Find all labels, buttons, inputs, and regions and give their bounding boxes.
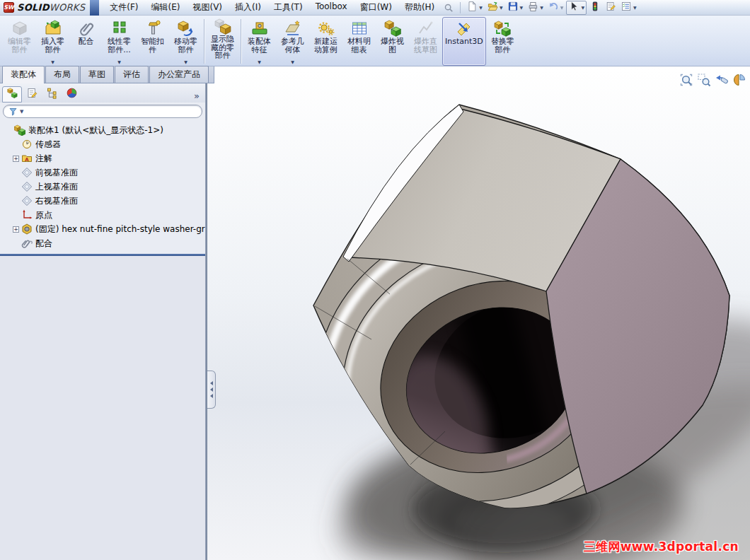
menu-item[interactable]: 视图(V) [186, 0, 229, 16]
heads-up-view-toolbar [679, 74, 750, 88]
options-button[interactable]: ▼ [619, 1, 638, 15]
section-view-button[interactable] [732, 74, 746, 88]
new-document-button[interactable]: ▼ [465, 1, 484, 15]
tree-item[interactable]: 右视基准面 [3, 194, 205, 208]
expand-icon[interactable]: + [13, 226, 19, 233]
dropdown-caret[interactable]: ▼ [581, 5, 584, 10]
tree-item[interactable]: +(固定) hex nut-fine pitch-style washer-gr… [3, 222, 205, 236]
menu-item[interactable]: 工具(T) [267, 0, 309, 16]
dropdown-caret[interactable]: ▼ [184, 59, 188, 64]
cmd-edit-component-button[interactable]: 编辑零 部件 [3, 17, 36, 66]
smart-fasteners-icon [144, 18, 161, 37]
file-properties-button[interactable] [604, 1, 618, 15]
dropdown-caret[interactable]: ▼ [633, 5, 637, 10]
dropdown-caret[interactable]: ▼ [500, 5, 503, 10]
filter-dropdown-caret: ▼ [20, 109, 23, 115]
tree-item[interactable]: +A注解 [3, 151, 205, 165]
tab-3[interactable]: 评估 [115, 66, 149, 83]
cmd-insert-component-button[interactable]: 插入零 部件▼ [36, 17, 69, 66]
cmd-smart-fasteners-button[interactable]: 智能扣 件 [136, 17, 169, 66]
reference-geometry-icon [284, 18, 301, 37]
panel-viewport-divider[interactable] [205, 83, 207, 560]
menu-item[interactable]: 窗口(W) [354, 0, 398, 16]
cmd-exploded-view-button[interactable]: 爆炸视 图 [376, 17, 409, 66]
menu-item[interactable]: 帮助(H) [398, 0, 441, 16]
linear-pattern-icon [111, 18, 128, 37]
cmd-button-label: 材料明 细表 [347, 37, 371, 54]
rebuild-button[interactable] [588, 1, 602, 15]
insert-component-icon [45, 18, 62, 37]
dropdown-caret[interactable]: ▼ [540, 5, 543, 10]
zoom-to-area-button[interactable] [696, 74, 711, 88]
cmd-instant3d-button[interactable]: Instant3D [442, 17, 486, 66]
cmd-button-label: 装配体 特征 [248, 37, 271, 54]
tree-item[interactable]: 装配体1 (默认<默认_显示状态-1>) [3, 123, 205, 137]
cmd-move-component-button[interactable]: 移动零 部件▼ [169, 17, 202, 66]
panel-tab-configuration-manager[interactable] [42, 86, 62, 103]
cmd-button-label: 显示隐 藏的零 部件 [211, 35, 234, 60]
menu-item[interactable]: 编辑(E) [145, 0, 187, 16]
tree-filter-input[interactable]: ▼ [3, 105, 202, 118]
dropdown-caret[interactable]: ▼ [479, 5, 483, 10]
hex-nut-model[interactable] [207, 68, 750, 560]
open-button[interactable]: ▼ [485, 1, 504, 15]
show-hidden-icon [214, 18, 231, 35]
zoom-to-fit-button[interactable] [679, 74, 693, 88]
tree-item[interactable]: 原点 [3, 208, 205, 222]
tab-assembly[interactable]: 装配体 [2, 66, 45, 83]
section-view-icon [732, 73, 746, 90]
cmd-motion-study-button[interactable]: 新建运 动算例 [309, 17, 342, 66]
dropdown-caret[interactable]: ▼ [51, 59, 54, 64]
panel-collapse-handle[interactable] [207, 371, 216, 409]
tree-item[interactable]: 传感器 [3, 137, 205, 151]
replace-components-icon [494, 18, 511, 37]
cmd-reference-geometry-button[interactable]: 参考几 何体▼ [276, 17, 309, 66]
save-icon [507, 1, 519, 15]
panel-tab-display-manager[interactable] [62, 86, 81, 103]
dropdown-caret[interactable]: ▼ [291, 59, 294, 64]
mates-icon [21, 238, 33, 249]
plane-icon [21, 181, 33, 192]
panel-tab-feature-manager[interactable] [2, 86, 22, 103]
undo-button[interactable]: ▼ [546, 1, 565, 15]
menu-item[interactable]: Toolbox [309, 0, 354, 16]
save-button[interactable]: ▼ [506, 1, 525, 15]
tree-item[interactable]: 配合 [3, 236, 205, 250]
tree-item-label: 传感器 [35, 139, 61, 151]
cmd-mate-button[interactable]: 配合 [69, 17, 103, 66]
display-manager-icon [66, 87, 78, 102]
dropdown-caret[interactable]: ▼ [520, 5, 524, 10]
tab-1[interactable]: 布局 [45, 66, 79, 83]
sensors-icon [21, 139, 33, 150]
graphics-area[interactable]: 三维网www.3dportal.cn [207, 68, 750, 560]
tab-4[interactable]: 办公室产品 [149, 66, 209, 83]
cmd-assembly-features-button[interactable]: 装配体 特征▼ [243, 17, 276, 66]
tree-item[interactable]: 上视基准面 [3, 180, 205, 194]
tree-item[interactable]: 前视基准面 [3, 165, 205, 180]
expand-icon[interactable]: + [13, 156, 19, 162]
tree-item-label: 注解 [35, 153, 52, 165]
cmd-bom-button[interactable]: 材料明 细表 [342, 17, 376, 66]
search-icon[interactable] [444, 3, 454, 13]
solidworks-logo: SW SOLIDWORKS [0, 0, 88, 16]
print-button[interactable]: ▼ [526, 1, 545, 15]
dropdown-caret[interactable]: ▼ [258, 59, 261, 64]
cmd-button-label: 移动零 部件 [174, 37, 197, 54]
menu-item[interactable]: 文件(F) [103, 0, 144, 16]
cmd-explode-line-sketch-button[interactable]: 爆炸直 线草图 [409, 17, 442, 66]
feature-tree: 装配体1 (默认<默认_显示状态-1>)传感器+A注解前视基准面上视基准面右视基… [0, 119, 205, 252]
panel-tab-property-manager[interactable] [22, 86, 42, 103]
dropdown-caret[interactable]: ▼ [560, 5, 564, 10]
previous-view-button[interactable] [714, 74, 729, 88]
panel-overflow-chevron[interactable]: » [194, 91, 202, 103]
cmd-linear-pattern-button[interactable]: 线性零 部件...▼ [103, 17, 136, 66]
cmd-replace-components-button[interactable]: 替换零 部件 [486, 17, 519, 66]
cmd-show-hidden-button[interactable]: 显示隐 藏的零 部件 [206, 17, 239, 66]
filter-row: ▼ [0, 103, 205, 119]
watermark: 三维网www.3dportal.cn [584, 539, 739, 555]
dropdown-caret[interactable]: ▼ [117, 59, 121, 64]
select-button[interactable]: ▼ [566, 1, 587, 15]
tab-2[interactable]: 草图 [80, 66, 114, 83]
cmd-button-label: 编辑零 部件 [8, 37, 31, 54]
menu-item[interactable]: 插入(I) [229, 0, 267, 16]
